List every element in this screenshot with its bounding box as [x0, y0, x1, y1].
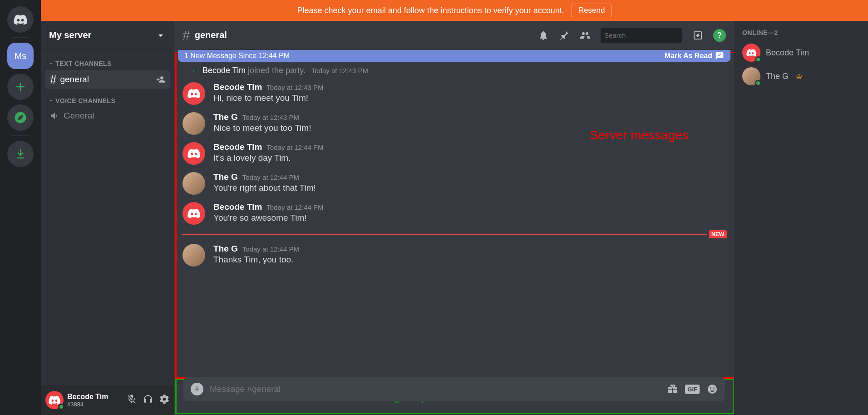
- server-rail: Ms: [0, 0, 41, 415]
- new-divider-label: NEW: [709, 230, 727, 238]
- status-dot: [755, 80, 761, 86]
- server-icon-active[interactable]: Ms: [7, 43, 34, 69]
- members-online-header: ONLINE—2: [738, 27, 864, 41]
- member-avatar: [742, 44, 760, 62]
- message: Becode Tim Today at 12:44 PM You're so a…: [174, 198, 734, 228]
- user-settings-button[interactable]: [159, 394, 170, 406]
- upload-button[interactable]: +: [191, 383, 203, 395]
- message-avatar[interactable]: [182, 82, 205, 105]
- hash-icon: #: [182, 29, 190, 42]
- channel-list: TEXT CHANNELS # general VOICE CHANNELS: [41, 50, 174, 385]
- message-author[interactable]: Becode Tim: [213, 82, 262, 92]
- new-messages-bar[interactable]: 1 New Message Since 12:44 PM Mark As Rea…: [178, 50, 730, 62]
- text-channels-header[interactable]: TEXT CHANNELS: [45, 58, 170, 69]
- message: The G Today at 12:43 PM Nice to meet you…: [174, 109, 734, 138]
- message-input-wrap[interactable]: + GIF: [183, 377, 725, 401]
- message-author[interactable]: The G: [213, 112, 238, 122]
- self-info: Becode Tim #3884: [67, 392, 123, 408]
- message-avatar[interactable]: [182, 172, 205, 195]
- message-author[interactable]: The G: [213, 244, 238, 254]
- member-name: Becode Tim: [766, 48, 809, 58]
- message-text: You're right about that Tim!: [213, 182, 316, 194]
- message-timestamp: Today at 12:44 PM: [266, 143, 323, 151]
- server-separator-2: [11, 135, 30, 136]
- content-row: My server TEXT CHANNELS # general: [41, 21, 868, 415]
- status-dot: [755, 56, 761, 63]
- chevron-down-icon: [48, 98, 54, 104]
- message-text: It's a lovely day Tim.: [213, 152, 323, 164]
- message-avatar[interactable]: [182, 202, 205, 225]
- voice-channels-header[interactable]: VOICE CHANNELS: [45, 95, 170, 106]
- mark-read-icon: [715, 51, 724, 60]
- download-apps-button[interactable]: [7, 141, 34, 167]
- server-header[interactable]: My server: [41, 21, 174, 50]
- message-text: Hi, nice to meet you Tim!: [213, 92, 323, 104]
- pins-icon[interactable]: [559, 30, 570, 41]
- self-username: Becode Tim: [67, 392, 123, 401]
- message-author[interactable]: The G: [213, 172, 238, 182]
- mute-button[interactable]: [126, 394, 137, 406]
- system-user[interactable]: Becode Tim: [202, 66, 246, 75]
- message: Becode Tim Today at 12:43 PM Hi, nice to…: [174, 79, 734, 109]
- add-member-icon[interactable]: [156, 75, 165, 84]
- status-dot: [58, 404, 64, 410]
- message-timestamp: Today at 12:44 PM: [242, 245, 299, 253]
- banner-text: Please check your email and follow the i…: [297, 6, 564, 15]
- chevron-down-icon: [48, 61, 54, 66]
- server-name: My server: [49, 30, 91, 40]
- chevron-down-icon: [155, 30, 166, 41]
- message-avatar[interactable]: [182, 244, 205, 267]
- member-item[interactable]: Becode Tim: [738, 41, 864, 64]
- emoji-icon[interactable]: [707, 384, 718, 395]
- message-avatar[interactable]: [182, 112, 205, 135]
- deafen-button[interactable]: [143, 394, 153, 406]
- system-text: joined the party.: [248, 66, 306, 75]
- gift-icon[interactable]: [667, 384, 678, 395]
- hash-icon: #: [50, 74, 56, 85]
- channel-general[interactable]: # general: [45, 70, 170, 89]
- explore-servers-button[interactable]: [7, 104, 34, 131]
- messages-scroll[interactable]: 1 New Message Since 12:44 PM Mark As Rea…: [174, 50, 734, 415]
- server-initials: Ms: [15, 51, 27, 61]
- message-author[interactable]: Becode Tim: [213, 142, 262, 152]
- message-avatar[interactable]: [182, 142, 205, 165]
- app-root: Ms Please check your email and follow th…: [0, 0, 868, 415]
- server-separator: [11, 37, 30, 38]
- message-input[interactable]: [210, 384, 661, 394]
- new-divider: NEW: [182, 230, 727, 238]
- notifications-icon[interactable]: [538, 30, 549, 41]
- message-timestamp: Today at 12:43 PM: [266, 84, 323, 91]
- input-row: + GIF: [174, 372, 734, 410]
- system-join-message: → Becode Tim joined the party. Today at …: [174, 64, 734, 79]
- mark-as-read-label: Mark As Read: [665, 52, 712, 60]
- search-input[interactable]: [604, 31, 690, 39]
- self-avatar[interactable]: [45, 391, 64, 409]
- inbox-icon[interactable]: [692, 30, 703, 41]
- channel-sidebar: My server TEXT CHANNELS # general: [41, 21, 174, 415]
- home-button[interactable]: [7, 6, 34, 33]
- header-toolbar: ?: [538, 28, 726, 43]
- help-button[interactable]: ?: [713, 29, 726, 42]
- search-box[interactable]: [601, 28, 682, 43]
- messages-area: Server messages Message input 1 New Mess…: [174, 50, 734, 415]
- join-arrow-icon: →: [187, 65, 196, 76]
- channel-header: # general ?: [174, 21, 734, 50]
- voice-channel-general[interactable]: General: [45, 107, 170, 124]
- member-list-icon[interactable]: [580, 30, 591, 41]
- message: The G Today at 12:44 PM Thanks Tim, you …: [174, 240, 734, 270]
- add-server-button[interactable]: [7, 74, 34, 100]
- message-author[interactable]: Becode Tim: [213, 202, 262, 212]
- message: The G Today at 12:44 PM You're right abo…: [174, 168, 734, 198]
- channel-name: general: [60, 74, 89, 84]
- gif-button[interactable]: GIF: [685, 385, 700, 394]
- channel-title: general: [195, 30, 227, 40]
- voice-channels-label: VOICE CHANNELS: [55, 97, 115, 104]
- member-item[interactable]: The G ♔: [738, 64, 864, 88]
- message-text: Nice to meet you too Tim!: [213, 122, 311, 134]
- messages-list-after: The G Today at 12:44 PM Thanks Tim, you …: [174, 240, 734, 270]
- message-timestamp: Today at 12:44 PM: [242, 173, 299, 181]
- system-timestamp: Today at 12:43 PM: [311, 67, 368, 74]
- main-area: # general ?: [174, 21, 868, 415]
- resend-button[interactable]: Resend: [572, 4, 612, 17]
- member-avatar: [742, 67, 760, 85]
